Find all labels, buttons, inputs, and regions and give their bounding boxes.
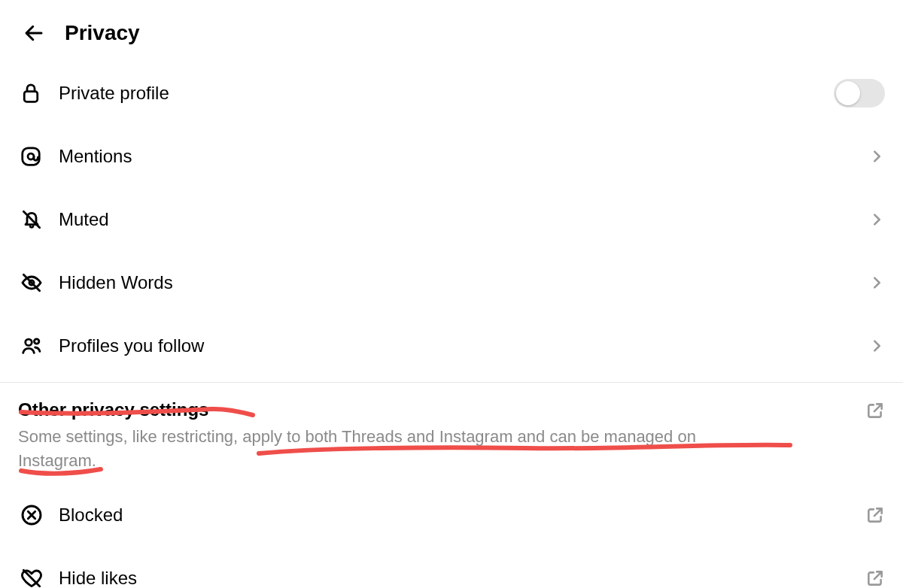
row-label: Private profile <box>59 83 834 104</box>
chevron-right-icon <box>868 211 885 228</box>
svg-rect-0 <box>24 92 38 102</box>
page-title: Privacy <box>65 21 140 45</box>
section-title: Other privacy settings <box>18 399 858 420</box>
row-label: Muted <box>59 209 868 230</box>
back-icon[interactable] <box>23 22 45 44</box>
row-label: Blocked <box>59 505 865 526</box>
people-icon <box>20 334 59 358</box>
row-label: Hide likes <box>59 568 865 588</box>
chevron-right-icon <box>868 148 885 165</box>
at-icon <box>20 145 59 168</box>
row-hide-likes[interactable]: Hide likes <box>0 547 903 588</box>
private-profile-toggle[interactable] <box>834 79 885 108</box>
row-private-profile[interactable]: Private profile <box>0 62 903 125</box>
lock-icon <box>20 82 59 105</box>
section-description: Some settings, like restricting, apply t… <box>18 425 771 473</box>
svg-point-4 <box>26 339 32 346</box>
toggle-knob <box>836 81 860 105</box>
chevron-right-icon <box>868 338 885 354</box>
row-profiles-follow[interactable]: Profiles you follow <box>0 314 903 377</box>
row-blocked[interactable]: Blocked <box>0 483 903 547</box>
chevron-right-icon <box>868 274 885 291</box>
eye-off-icon <box>20 271 59 295</box>
row-label: Mentions <box>59 146 868 167</box>
heart-off-icon <box>20 566 59 588</box>
external-link-icon <box>865 401 885 420</box>
circle-x-icon <box>20 503 59 527</box>
row-label: Profiles you follow <box>59 335 868 356</box>
row-mentions[interactable]: Mentions <box>0 125 903 188</box>
svg-point-5 <box>34 339 38 344</box>
bell-off-icon <box>20 208 59 232</box>
header-bar: Privacy <box>0 0 903 62</box>
svg-rect-1 <box>23 148 40 165</box>
row-hidden-words[interactable]: Hidden Words <box>0 251 903 314</box>
row-label: Hidden Words <box>59 272 868 293</box>
section-other-privacy[interactable]: Other privacy settings Some settings, li… <box>0 383 903 473</box>
row-muted[interactable]: Muted <box>0 188 903 251</box>
external-link-icon <box>865 568 885 588</box>
external-link-icon <box>865 505 885 525</box>
